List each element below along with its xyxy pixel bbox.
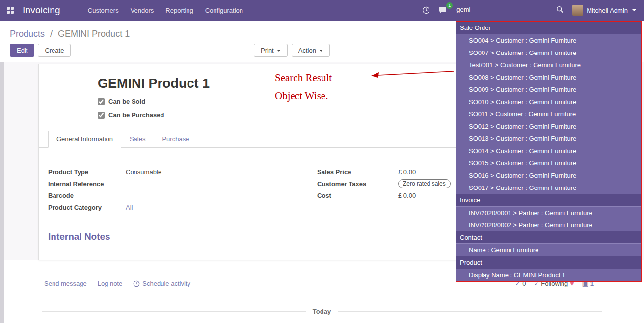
field-value: Consumable: [126, 168, 161, 176]
field-product-type: Product Type Consumable: [48, 167, 317, 176]
search-result-item[interactable]: Name : Gemini Furniture: [456, 244, 641, 256]
messages-badge: 1: [446, 2, 453, 9]
search-result-item[interactable]: INV/2020/0001 > Partner : Gemini Furnitu…: [456, 207, 641, 219]
can-be-purchased-checkbox[interactable]: [98, 112, 105, 119]
nav-menu-reporting[interactable]: Reporting: [165, 5, 193, 16]
customer-taxes-badge: Zero rated sales: [398, 179, 451, 188]
field-label: Sales Price: [317, 168, 398, 176]
search-input[interactable]: [456, 6, 556, 13]
print-button-label: Print: [261, 47, 274, 54]
dropdown-section-invoice: Invoice: [456, 194, 641, 207]
breadcrumb-current: GEMINI Product 1: [58, 29, 130, 39]
field-product-category: Product Category All: [48, 203, 317, 212]
can-be-sold-checkbox[interactable]: [98, 98, 105, 105]
action-buttons: Print Action: [254, 44, 330, 57]
search-result-item[interactable]: SO016 > Customer : Gemini Furniture: [456, 169, 641, 182]
today-label: Today: [306, 308, 338, 315]
field-internal-reference: Internal Reference: [48, 179, 317, 188]
annotation-arrow: [369, 67, 455, 80]
schedule-activity-link[interactable]: Schedule activity: [133, 280, 190, 287]
breadcrumb-products-link[interactable]: Products: [10, 29, 45, 39]
can-be-sold-label: Can be Sold: [108, 98, 145, 105]
search-icon[interactable]: [556, 6, 564, 13]
global-search: [456, 6, 564, 15]
field-label: Product Category: [48, 204, 126, 211]
search-result-item[interactable]: SO013 > Customer : Gemini Furniture: [456, 133, 641, 145]
record-buttons: Edit Create: [10, 44, 71, 57]
log-note-label: Log note: [98, 280, 123, 287]
nav-menu-customers[interactable]: Customers: [88, 5, 119, 16]
search-results-dropdown: Sale Order SO004 > Customer : Gemini Fur…: [456, 21, 642, 282]
chevron-down-icon: [277, 50, 281, 52]
tab-general-information[interactable]: General Information: [48, 131, 121, 148]
top-navbar: Invoicing Customers Vendors Reporting Co…: [0, 0, 644, 21]
nav-menu-vendors[interactable]: Vendors: [131, 5, 154, 16]
schedule-activity-label: Schedule activity: [142, 280, 190, 287]
dropdown-section-sale-order: Sale Order: [456, 22, 641, 34]
search-result-item[interactable]: SO015 > Customer : Gemini Furniture: [456, 157, 641, 169]
field-group-left: Product Type Consumable Internal Referen…: [48, 167, 317, 215]
messages-icon[interactable]: 1: [439, 6, 448, 14]
search-result-item[interactable]: SO007 > Customer : Gemini Furniture: [456, 47, 641, 59]
field-label: Internal Reference: [48, 180, 126, 188]
today-divider: Today: [42, 308, 602, 315]
dropdown-section-product: Product: [456, 256, 641, 269]
field-barcode: Barcode: [48, 191, 317, 200]
app-window: Invoicing Customers Vendors Reporting Co…: [0, 0, 644, 323]
avatar: [572, 5, 583, 16]
action-button-label: Action: [298, 47, 316, 54]
send-message-label: Send message: [44, 280, 87, 287]
field-label: Customer Taxes: [317, 180, 398, 188]
edit-button[interactable]: Edit: [10, 44, 34, 57]
chevron-down-icon: [632, 9, 636, 11]
log-note-link[interactable]: Log note: [98, 280, 123, 287]
search-result-item[interactable]: SO010 > Customer : Gemini Furniture: [456, 96, 641, 108]
search-result-item[interactable]: Display Name : GEMINI Product 1: [456, 269, 641, 281]
search-result-item[interactable]: SO004 > Customer : Gemini Furniture: [456, 34, 641, 47]
search-result-item[interactable]: SO011 > Customer : Gemini Furniture: [456, 108, 641, 120]
field-value: £ 0.00: [398, 168, 416, 176]
can-be-purchased-label: Can be Purchased: [108, 111, 164, 119]
search-result-item[interactable]: SO012 > Customer : Gemini Furniture: [456, 120, 641, 133]
field-label: Barcode: [48, 192, 126, 199]
product-category-link[interactable]: All: [126, 204, 133, 211]
search-result-item[interactable]: SO014 > Customer : Gemini Furniture: [456, 145, 641, 157]
field-label: Product Type: [48, 168, 126, 176]
search-result-item[interactable]: INV/2020/0002 > Partner : Gemini Furnitu…: [456, 219, 641, 231]
edit-button-label: Edit: [17, 47, 27, 54]
search-result-item[interactable]: SO009 > Customer : Gemini Furniture: [456, 83, 641, 96]
search-result-item[interactable]: SO017 > Customer : Gemini Furniture: [456, 182, 641, 194]
action-dropdown-button[interactable]: Action: [292, 44, 330, 57]
activities-clock-icon[interactable]: [422, 6, 430, 14]
nav-menu: Customers Vendors Reporting Configuratio…: [88, 5, 243, 16]
search-result-item[interactable]: SO008 > Customer : Gemini Furniture: [456, 71, 641, 83]
user-menu[interactable]: Mitchell Admin: [572, 5, 636, 16]
apps-grid-icon: [7, 7, 14, 14]
tab-sales[interactable]: Sales: [121, 131, 154, 148]
left-edge-strip: [0, 62, 4, 323]
user-name: Mitchell Admin: [587, 7, 628, 14]
search-result-item[interactable]: Test/001 > Customer : Gemini Furniture: [456, 59, 641, 71]
annotation-text-line2: Object Wise.: [275, 90, 328, 102]
chevron-down-icon: [319, 50, 323, 52]
dropdown-section-contact: Contact: [456, 231, 641, 244]
chatter-actions: Send message Log note Schedule activity: [44, 280, 190, 287]
systray: 1 Mitchell Admin: [422, 5, 644, 16]
field-label: Cost: [317, 192, 398, 199]
clock-icon: [133, 280, 140, 287]
apps-menu-button[interactable]: [0, 0, 21, 21]
app-title[interactable]: Invoicing: [23, 5, 60, 16]
print-dropdown-button[interactable]: Print: [254, 44, 288, 57]
breadcrumb: Products / GEMINI Product 1: [10, 29, 130, 39]
breadcrumb-separator: /: [50, 29, 53, 39]
tab-purchase[interactable]: Purchase: [154, 131, 197, 148]
create-button[interactable]: Create: [38, 44, 71, 57]
create-button-label: Create: [45, 47, 64, 54]
nav-menu-configuration[interactable]: Configuration: [205, 5, 243, 16]
annotation-text-line1: Search Result: [275, 72, 332, 84]
field-value: £ 0.00: [398, 192, 416, 199]
send-message-link[interactable]: Send message: [44, 280, 87, 287]
